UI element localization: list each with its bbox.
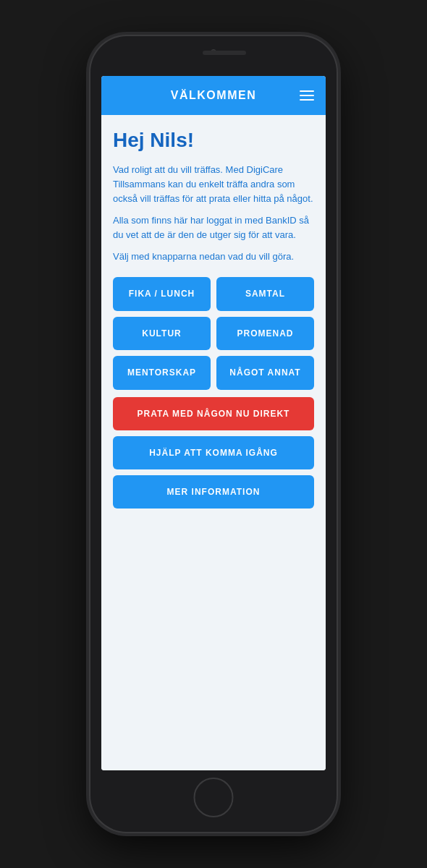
- mer-information-button[interactable]: MER INFORMATION: [113, 475, 314, 509]
- kultur-button[interactable]: KULTUR: [113, 317, 211, 350]
- app-header: VÄLKOMMEN: [101, 76, 326, 115]
- phone-frame: VÄLKOMMEN Hej Nils! Vad roligt att du vi…: [0, 0, 427, 868]
- description-paragraph-2: Alla som finns här har loggat in med Ban…: [113, 213, 314, 242]
- header-title: VÄLKOMMEN: [171, 89, 256, 102]
- menu-button[interactable]: [300, 90, 314, 101]
- main-content: Hej Nils! Vad roligt att du vill träffas…: [101, 115, 326, 770]
- description-paragraph-1: Vad roligt att du vill träffas. Med Digi…: [113, 163, 314, 206]
- phone-screen: VÄLKOMMEN Hej Nils! Vad roligt att du vi…: [101, 76, 326, 770]
- hamburger-line-1: [300, 90, 314, 92]
- fika-lunch-button[interactable]: FIKA / LUNCH: [113, 277, 211, 310]
- promenad-button[interactable]: PROMENAD: [216, 317, 314, 350]
- greeting-heading: Hej Nils!: [113, 128, 314, 153]
- hamburger-line-2: [300, 95, 314, 96]
- home-button[interactable]: [194, 778, 234, 817]
- hjalp-button[interactable]: HJÄLP ATT KOMMA IGÅNG: [113, 436, 314, 469]
- speaker: [203, 51, 246, 55]
- mentorskap-button[interactable]: MENTORSKAP: [113, 356, 211, 389]
- prata-direkt-button[interactable]: PRATA MED NÅGON NU DIREKT: [113, 397, 314, 430]
- samtal-button[interactable]: SAMTAL: [216, 277, 314, 310]
- nagot-annat-button[interactable]: NÅGOT ANNAT: [216, 356, 314, 389]
- description-paragraph-3: Välj med knapparna nedan vad du vill gör…: [113, 250, 314, 264]
- phone-body: VÄLKOMMEN Hej Nils! Vad roligt att du vi…: [90, 36, 337, 832]
- hamburger-line-3: [300, 99, 314, 101]
- activity-button-grid: FIKA / LUNCH SAMTAL KULTUR PROMENAD MENT…: [113, 277, 314, 389]
